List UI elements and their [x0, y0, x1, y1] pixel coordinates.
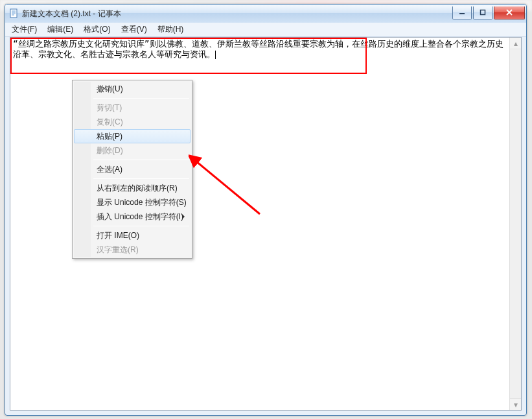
chevron-down-icon: ▾: [514, 400, 518, 409]
scroll-down-button[interactable]: ▾: [510, 398, 521, 410]
menu-file[interactable]: 文件(F): [6, 23, 42, 36]
ctx-copy[interactable]: 复制(C): [74, 115, 191, 129]
menu-edit[interactable]: 编辑(E): [42, 23, 78, 36]
submenu-arrow-icon: [182, 214, 185, 219]
context-menu: 撤销(U) 剪切(T) 复制(C) 粘贴(P) 删除(D) 全选(A) 从右到左…: [72, 80, 192, 259]
menubar: 文件(F) 编辑(E) 格式(O) 查看(V) 帮助(H): [5, 23, 526, 37]
ctx-cut-label: 剪切(T): [97, 102, 122, 114]
window-title: 新建文本文档 (2).txt - 记事本: [22, 8, 121, 19]
menu-help[interactable]: 帮助(H): [152, 23, 189, 36]
ctx-paste[interactable]: 粘贴(P): [74, 129, 191, 143]
minimize-button[interactable]: [452, 6, 472, 19]
menu-format[interactable]: 格式(O): [78, 23, 115, 36]
ctx-reconvert[interactable]: 汉字重选(R): [74, 243, 191, 257]
ctx-show-ucc-label: 显示 Unicode 控制字符(S): [97, 197, 187, 208]
chevron-up-icon: ▴: [514, 39, 518, 48]
titlebar[interactable]: 新建文本文档 (2).txt - 记事本: [5, 5, 526, 23]
ctx-open-ime-label: 打开 IME(O): [97, 230, 139, 241]
vertical-scrollbar[interactable]: ▴ ▾: [509, 38, 521, 410]
ctx-delete-label: 删除(D): [97, 145, 123, 156]
ctx-separator: [93, 160, 189, 160]
ctx-undo[interactable]: 撤销(U): [74, 82, 191, 96]
window-buttons: [452, 6, 525, 19]
notepad-icon: [9, 8, 19, 19]
ctx-separator: [93, 98, 189, 99]
maximize-button[interactable]: [473, 6, 492, 19]
menu-view[interactable]: 查看(V): [116, 23, 152, 36]
text-cursor: [215, 51, 216, 59]
ctx-undo-label: 撤销(U): [97, 84, 123, 95]
ctx-delete[interactable]: 删除(D): [74, 143, 191, 158]
ctx-cut[interactable]: 剪切(T): [74, 101, 191, 115]
ctx-open-ime[interactable]: 打开 IME(O): [74, 228, 191, 243]
ctx-rtl[interactable]: 从右到左的阅读顺序(R): [74, 181, 191, 195]
ctx-paste-label: 粘贴(P): [97, 131, 122, 142]
ctx-copy-label: 复制(C): [97, 117, 123, 128]
ctx-separator: [93, 226, 189, 226]
ctx-select-all-label: 全选(A): [97, 164, 122, 175]
ctx-insert-unicode-controls[interactable]: 插入 Unicode 控制字符(I): [74, 210, 191, 224]
ctx-show-unicode-controls[interactable]: 显示 Unicode 控制字符(S): [74, 195, 191, 210]
svg-rect-6: [481, 10, 485, 15]
ctx-select-all[interactable]: 全选(A): [74, 162, 191, 176]
scroll-up-button[interactable]: ▴: [510, 38, 521, 49]
ctx-reconv-label: 汉字重选(R): [97, 245, 139, 256]
notepad-window: 新建文本文档 (2).txt - 记事本 文件(F) 编辑(E) 格式(O) 查…: [5, 4, 527, 416]
ctx-insert-ucc-label: 插入 Unicode 控制字符(I): [97, 211, 183, 222]
ctx-rtl-label: 从右到左的阅读顺序(R): [97, 183, 178, 194]
editor-text: “丝绸之路宗教历史文化研究知识库”则以佛教、道教、伊斯兰教等丝路沿线重要宗教为轴…: [13, 39, 503, 59]
ctx-separator: [93, 178, 189, 179]
close-button[interactable]: [494, 6, 525, 19]
